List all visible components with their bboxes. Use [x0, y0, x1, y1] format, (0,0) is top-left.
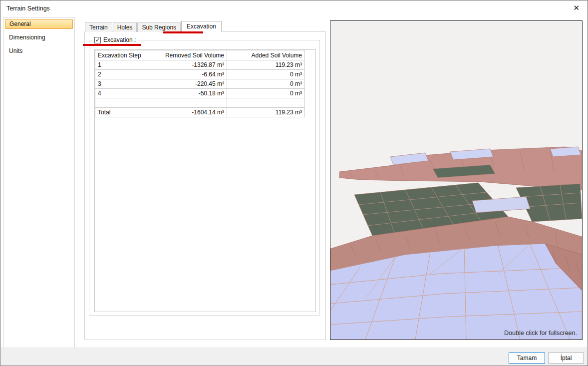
excavation-checkbox[interactable]: ✓: [94, 37, 101, 43]
terrain-3d-preview[interactable]: Double click for fullscreen.: [330, 20, 583, 340]
table-row: 2 -6.64 m³ 0 m³: [95, 70, 305, 79]
table-row: 1 -1326.87 m³ 119.23 m³: [95, 60, 305, 70]
tab-sub-regions[interactable]: Sub Regions: [137, 22, 181, 32]
tab-excavation[interactable]: Excavation: [181, 21, 222, 32]
sidebar-item-general[interactable]: General: [5, 19, 73, 29]
table-row: 3 -220.45 m³ 0 m³: [95, 79, 305, 89]
fullscreen-hint: Double click for fullscreen.: [504, 330, 577, 337]
column-header-removed-soil-volume: Removed Soil Volume: [149, 50, 227, 60]
cell-added: 119.23 m³: [227, 60, 305, 70]
excavation-table: Excavation Step Removed Soil Volume Adde…: [95, 50, 305, 117]
excavation-checkbox-row: ✓ Excavation :: [92, 36, 138, 44]
cell-removed: [149, 98, 227, 108]
cell-step: 2: [95, 70, 149, 79]
terrain-3d-render: [330, 21, 582, 340]
tab-holes[interactable]: Holes: [113, 22, 137, 32]
window-title: Terrain Settings: [6, 5, 50, 12]
sidebar-item-units[interactable]: Units: [5, 46, 73, 56]
sidebar-item-dimensioning[interactable]: Dimensioning: [5, 32, 73, 42]
cell-removed: -50.18 m³: [149, 89, 227, 98]
annotation-underline-checkbox: [83, 44, 141, 46]
cell-step: 1: [95, 60, 149, 70]
table-row: 4 -50.18 m³ 0 m³: [95, 89, 305, 98]
cancel-button[interactable]: İptal: [548, 353, 584, 364]
cell-removed: -1604.14 m³: [149, 108, 227, 117]
cell-step: 4: [95, 89, 149, 98]
excavation-table-panel: Excavation Step Removed Soil Volume Adde…: [94, 49, 316, 312]
cell-removed: -220.45 m³: [149, 79, 227, 89]
cell-added: 0 m³: [227, 79, 305, 89]
titlebar: Terrain Settings ✕: [0, 0, 588, 15]
table-header-row: Excavation Step Removed Soil Volume Adde…: [95, 50, 305, 60]
terrain-settings-dialog: Terrain Settings ✕ General Dimensioning …: [0, 0, 588, 366]
cell-added: 0 m³: [227, 70, 305, 79]
sidebar: General Dimensioning Units: [3, 17, 75, 349]
tab-terrain[interactable]: Terrain: [85, 22, 112, 32]
tabstrip: Terrain Holes Sub Regions Excavation: [85, 21, 222, 32]
cell-step: [95, 98, 149, 108]
close-icon[interactable]: ✕: [573, 4, 580, 12]
cell-added: 0 m³: [227, 89, 305, 98]
cell-step: Total: [95, 108, 149, 117]
table-row-total: Total -1604.14 m³ 119.23 m³: [95, 108, 305, 117]
cell-added: 119.23 m³: [227, 108, 305, 117]
column-header-added-soil-volume: Added Soil Volume: [227, 50, 305, 60]
cell-removed: -6.64 m³: [149, 70, 227, 79]
annotation-underline-tab: [163, 31, 203, 33]
ok-button[interactable]: Tamam: [509, 353, 545, 364]
excavation-checkbox-label: Excavation :: [103, 36, 136, 43]
column-header-excavation-step: Excavation Step: [95, 50, 149, 60]
cell-added: [227, 98, 305, 108]
cell-removed: -1326.87 m³: [149, 60, 227, 70]
footer-bar: [1, 348, 587, 365]
table-row-empty: [95, 98, 305, 108]
cell-step: 3: [95, 79, 149, 89]
